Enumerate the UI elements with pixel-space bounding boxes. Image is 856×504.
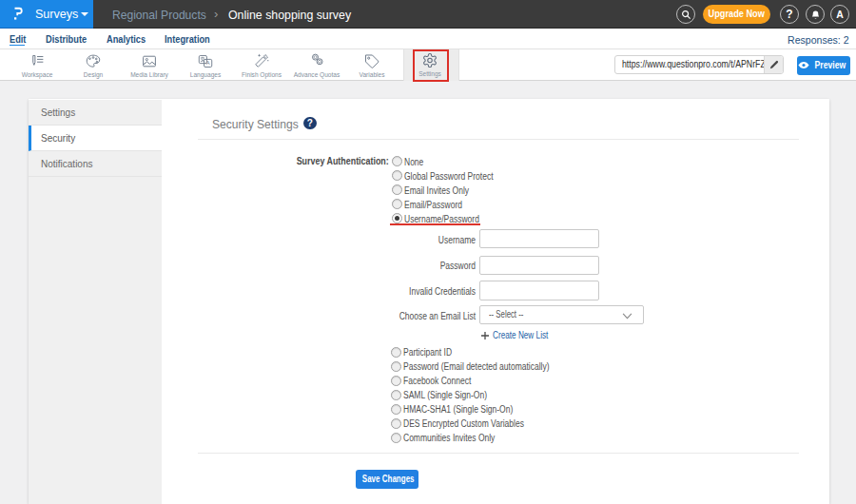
- svg-text:A: A: [206, 60, 210, 66]
